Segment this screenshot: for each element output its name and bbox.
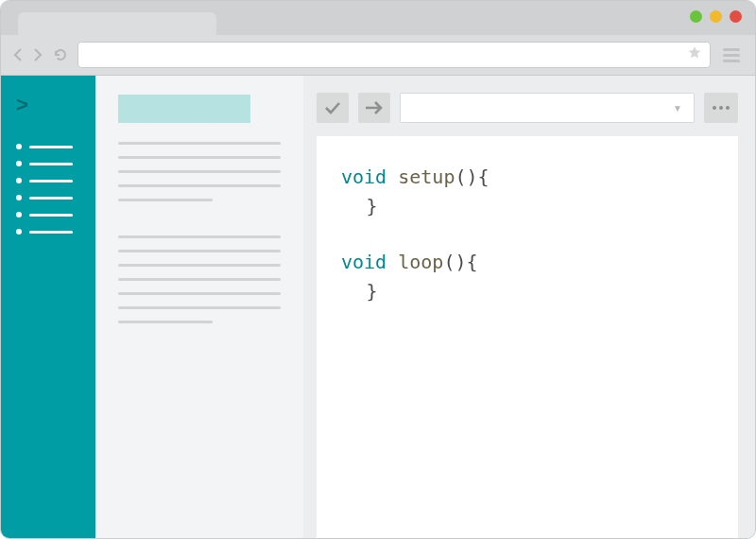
panel-header (118, 95, 250, 123)
bullet-icon (16, 144, 22, 149)
sidebar-item[interactable] (16, 212, 80, 217)
board-select[interactable]: ▼ (400, 93, 695, 123)
sidebar: > (1, 76, 95, 538)
minimize-button[interactable] (690, 10, 702, 23)
sidebar-item[interactable] (16, 178, 80, 183)
sidebar-item-label (29, 214, 73, 217)
chevron-down-icon: ▼ (673, 103, 682, 113)
sidebar-item-label (29, 163, 73, 165)
sidebar-item-label (29, 231, 73, 234)
sidebar-item[interactable] (16, 144, 80, 149)
more-button[interactable] (704, 93, 738, 123)
placeholder-line (118, 170, 281, 173)
sidebar-item-label (29, 146, 73, 148)
code-editor[interactable]: void setup(){ }void loop(){ } (317, 136, 738, 538)
back-button[interactable] (12, 47, 24, 62)
sidebar-item[interactable] (16, 161, 80, 166)
verify-button[interactable] (317, 93, 349, 123)
forward-button[interactable] (32, 47, 43, 62)
browser-window: > ▼ void setup(){ }voi (0, 0, 756, 539)
placeholder-line (118, 278, 281, 281)
editor-toolbar: ▼ (317, 93, 738, 123)
bullet-icon (16, 212, 22, 217)
menu-button[interactable] (719, 44, 744, 66)
placeholder-line (118, 250, 281, 252)
placeholder-line (118, 184, 281, 187)
reload-button[interactable] (52, 46, 69, 63)
browser-toolbar (1, 35, 755, 75)
placeholder-line (118, 321, 213, 323)
app-content: > ▼ void setup(){ }voi (1, 75, 755, 538)
code-line: } (341, 192, 713, 221)
sidebar-item[interactable] (16, 195, 80, 200)
placeholder-line (118, 264, 281, 267)
url-input[interactable] (77, 42, 711, 68)
sidebar-item-label (29, 197, 73, 200)
window-controls (690, 10, 742, 23)
check-icon (323, 99, 342, 116)
placeholder-line (118, 292, 281, 295)
sidebar-item-label (29, 180, 73, 183)
upload-button[interactable] (358, 93, 390, 123)
sidebar-caret-icon[interactable]: > (16, 93, 80, 117)
placeholder-line (118, 306, 281, 309)
code-line: void loop(){ (341, 248, 713, 277)
close-button[interactable] (730, 10, 742, 23)
placeholder-line (118, 199, 213, 201)
bullet-icon (16, 229, 22, 235)
code-line: } (341, 277, 713, 306)
bullet-icon (16, 178, 22, 183)
sidebar-item[interactable] (16, 229, 80, 235)
browser-tab[interactable] (18, 12, 216, 35)
editor-pane: ▼ void setup(){ }void loop(){ } (303, 76, 755, 538)
placeholder-line (118, 156, 281, 159)
placeholder-line (118, 235, 281, 238)
maximize-button[interactable] (710, 10, 722, 23)
arrow-right-icon (364, 100, 385, 115)
bullet-icon (16, 195, 22, 200)
code-line: void setup(){ (341, 163, 713, 192)
bullet-icon (16, 161, 22, 166)
placeholder-line (118, 142, 281, 145)
titlebar (1, 1, 755, 35)
bookmark-star-icon[interactable] (687, 45, 702, 64)
secondary-panel (95, 76, 303, 538)
